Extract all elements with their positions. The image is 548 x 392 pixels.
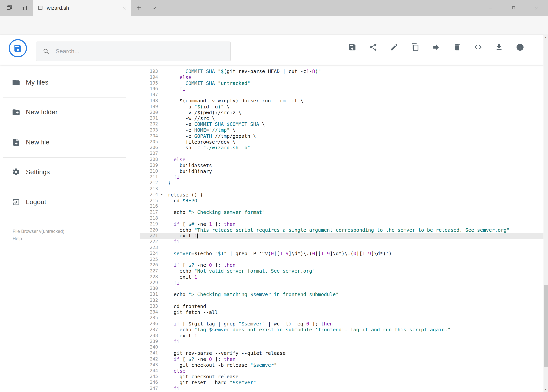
- code-text[interactable]: else: [164, 74, 543, 80]
- code-text[interactable]: COMMIT_SHA="untracked": [164, 80, 543, 86]
- copy-button[interactable]: [411, 43, 419, 51]
- code-text[interactable]: fi: [164, 86, 543, 92]
- code-line[interactable]: 212}: [140, 180, 543, 186]
- code-line[interactable]: 237 echo "Tag $semver does not exist in …: [140, 327, 543, 333]
- code-line[interactable]: 235: [140, 315, 543, 321]
- code-line[interactable]: 215 cd $REPO: [140, 198, 543, 203]
- code-text[interactable]: [164, 215, 543, 221]
- code-text[interactable]: buildBinary: [164, 168, 543, 174]
- code-text[interactable]: cd frontend: [164, 303, 543, 309]
- search-box[interactable]: [36, 42, 231, 61]
- code-line[interactable]: 227 echo "Not valid semver format. See s…: [140, 268, 543, 274]
- code-text[interactable]: [164, 151, 543, 157]
- sidebar-item-my-files[interactable]: My files: [0, 74, 140, 91]
- code-line[interactable]: 195 COMMIT_SHA="untracked": [140, 80, 543, 86]
- download-button[interactable]: [495, 43, 503, 51]
- code-line[interactable]: 216: [140, 203, 543, 210]
- code-line[interactable]: 198 $(command -v winpty) docker run --rm…: [140, 98, 543, 104]
- code-text[interactable]: git rev-parse --verify --quiet release: [164, 350, 543, 356]
- minimize-button[interactable]: [479, 0, 502, 16]
- code-text[interactable]: git checkout -b release "$semver": [164, 362, 543, 368]
- save-button[interactable]: [348, 43, 356, 51]
- code-text[interactable]: exit 1: [164, 274, 543, 280]
- code-text[interactable]: echo "> Checking matching $semver in fro…: [164, 292, 543, 297]
- code-line[interactable]: 239 fi: [140, 339, 543, 344]
- code-text[interactable]: fi: [164, 239, 543, 245]
- code-line[interactable]: 204 -e GOPATH=//tmp/gopath \: [140, 133, 543, 139]
- close-window-button[interactable]: [525, 0, 548, 16]
- code-line[interactable]: 197: [140, 92, 543, 98]
- code-text[interactable]: exit 1: [164, 333, 543, 339]
- code-line[interactable]: 246 git reset --hard "$semver": [140, 380, 543, 385]
- code-line[interactable]: 193 COMMIT_SHA="$(git rev-parse HEAD | c…: [140, 69, 543, 74]
- code-text[interactable]: [164, 245, 543, 251]
- code-line[interactable]: 223: [140, 245, 543, 251]
- code-line[interactable]: 220 echo "This release script requires a…: [140, 227, 543, 233]
- code-line[interactable]: 242 if [ $? -ne 0 ]; then: [140, 356, 543, 362]
- code-line[interactable]: 203 -e HOME="//tmp" \: [140, 127, 543, 133]
- code-text[interactable]: [164, 297, 543, 303]
- search-input[interactable]: [55, 48, 230, 55]
- code-text[interactable]: COMMIT_SHA="$(git rev-parse HEAD | cut -…: [164, 69, 543, 74]
- move-button[interactable]: [432, 43, 440, 51]
- new-tab-button[interactable]: [136, 5, 142, 11]
- code-line[interactable]: 224 semver=$(echo "$1" | grep -P '^v(0|[…: [140, 251, 543, 256]
- code-line[interactable]: 225: [140, 256, 543, 262]
- code-line[interactable]: 243 git checkout -b release "$semver": [140, 362, 543, 368]
- help-link[interactable]: Help: [13, 235, 64, 242]
- code-text[interactable]: cd $REPO: [164, 198, 543, 203]
- code-text[interactable]: else: [164, 368, 543, 374]
- tab-close-icon[interactable]: [122, 6, 127, 10]
- code-text[interactable]: [164, 256, 543, 262]
- code-line[interactable]: 247 fi: [140, 385, 543, 392]
- code-text[interactable]: release () {: [164, 192, 543, 198]
- info-button[interactable]: [516, 43, 524, 51]
- code-text[interactable]: [164, 286, 543, 292]
- browser-tab[interactable]: wizard.sh: [33, 0, 131, 16]
- code-line[interactable]: 207: [140, 151, 543, 157]
- sidebar-item-new-file[interactable]: New file: [0, 134, 140, 151]
- code-text[interactable]: fi: [164, 339, 543, 344]
- code-line[interactable]: 209 buildAssets: [140, 162, 543, 168]
- code-editor[interactable]: 193 COMMIT_SHA="$(git rev-parse HEAD | c…: [140, 65, 543, 392]
- scroll-down-button[interactable]: ▼: [543, 387, 548, 392]
- set-tabs-aside-button[interactable]: [6, 5, 13, 11]
- code-line[interactable]: 217 echo "> Checking semver format": [140, 210, 543, 215]
- code-text[interactable]: git reset --hard "$semver": [164, 380, 543, 385]
- code-text[interactable]: -e GOPATH=//tmp/gopath \: [164, 133, 543, 139]
- delete-button[interactable]: [453, 43, 461, 51]
- code-text[interactable]: if [ $# -ne 1 ]; then: [164, 221, 543, 227]
- code-text[interactable]: exit 1: [164, 233, 543, 239]
- code-line[interactable]: 211 fi: [140, 174, 543, 180]
- code-text[interactable]: sh -c "./wizard.sh -b": [164, 145, 543, 151]
- code-line[interactable]: 240: [140, 344, 543, 350]
- code-text[interactable]: [164, 92, 543, 98]
- code-line[interactable]: 201 -w //src \: [140, 115, 543, 121]
- code-text[interactable]: semver=$(echo "$1" | grep -P '^v(0|[1-9]…: [164, 251, 543, 256]
- fold-gutter[interactable]: ▾: [160, 192, 164, 198]
- code-text[interactable]: fi: [164, 174, 543, 180]
- tabs-preview-button[interactable]: [21, 5, 28, 11]
- code-text[interactable]: git checkout release: [164, 374, 543, 380]
- code-line[interactable]: 213: [140, 186, 543, 192]
- code-line[interactable]: 214▾release () {: [140, 192, 543, 198]
- code-line[interactable]: 245 git checkout release: [140, 374, 543, 380]
- code-line[interactable]: 210 buildBinary: [140, 168, 543, 174]
- code-text[interactable]: fi: [164, 280, 543, 286]
- code-text[interactable]: [164, 315, 543, 321]
- code-line[interactable]: 228 exit 1: [140, 274, 543, 280]
- code-line[interactable]: 199 -u "$(id -u)" \: [140, 104, 543, 110]
- code-text[interactable]: buildAssets: [164, 162, 543, 168]
- sidebar-item-logout[interactable]: Logout: [0, 194, 140, 210]
- code-text[interactable]: echo "This release script requires a sin…: [164, 227, 543, 233]
- code-text[interactable]: -u "$(id -u)" \: [164, 104, 543, 110]
- code-text[interactable]: [164, 344, 543, 350]
- code-text[interactable]: }: [164, 180, 543, 186]
- code-text[interactable]: echo "Not valid semver format. See semve…: [164, 268, 543, 274]
- code-line[interactable]: 221 exit 1: [140, 233, 543, 239]
- code-line[interactable]: 241 git rev-parse --verify --quiet relea…: [140, 350, 543, 356]
- code-text[interactable]: -v /$(pwd):/src:z \: [164, 110, 543, 115]
- code-line[interactable]: 194 else: [140, 74, 543, 80]
- sidebar-item-settings[interactable]: Settings: [0, 164, 140, 181]
- code-text[interactable]: echo "> Checking semver format": [164, 210, 543, 215]
